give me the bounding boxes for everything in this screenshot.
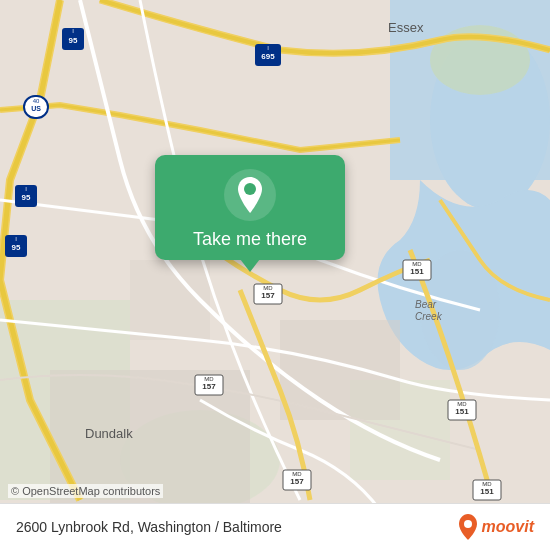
svg-text:Creek: Creek — [415, 311, 443, 322]
svg-text:Essex: Essex — [388, 20, 424, 35]
moovit-pin-icon — [458, 514, 478, 540]
svg-text:MD: MD — [412, 261, 422, 267]
svg-text:151: 151 — [455, 407, 469, 416]
svg-text:MD: MD — [482, 481, 492, 487]
svg-text:151: 151 — [480, 487, 494, 496]
map-svg: 95 I 695 I 95 I 95 I US 40 157 MD 157 MD… — [0, 0, 550, 550]
svg-text:151: 151 — [410, 267, 424, 276]
svg-text:157: 157 — [261, 291, 275, 300]
location-pin-icon — [224, 169, 276, 221]
map-attribution: © OpenStreetMap contributors — [8, 484, 163, 498]
svg-text:Bear: Bear — [415, 299, 437, 310]
address-label: 2600 Lynbrook Rd, Washington / Baltimore — [16, 519, 282, 535]
svg-text:MD: MD — [292, 471, 302, 477]
moovit-logo: moovit — [458, 514, 534, 540]
svg-text:157: 157 — [202, 382, 216, 391]
svg-text:Dundalk: Dundalk — [85, 426, 133, 441]
svg-text:40: 40 — [33, 98, 40, 104]
svg-point-50 — [244, 183, 256, 195]
bottom-bar: 2600 Lynbrook Rd, Washington / Baltimore… — [0, 503, 550, 550]
svg-text:157: 157 — [290, 477, 304, 486]
svg-point-51 — [464, 520, 472, 528]
popup-card[interactable]: Take me there — [155, 155, 345, 260]
popup-label: Take me there — [193, 229, 307, 250]
svg-text:MD: MD — [263, 285, 273, 291]
svg-text:695: 695 — [261, 52, 275, 61]
svg-text:95: 95 — [12, 243, 21, 252]
svg-text:95: 95 — [69, 36, 78, 45]
svg-text:95: 95 — [22, 193, 31, 202]
svg-text:MD: MD — [204, 376, 214, 382]
svg-text:US: US — [31, 105, 41, 112]
moovit-text: moovit — [482, 518, 534, 536]
svg-text:MD: MD — [457, 401, 467, 407]
map-container: 95 I 695 I 95 I 95 I US 40 157 MD 157 MD… — [0, 0, 550, 550]
